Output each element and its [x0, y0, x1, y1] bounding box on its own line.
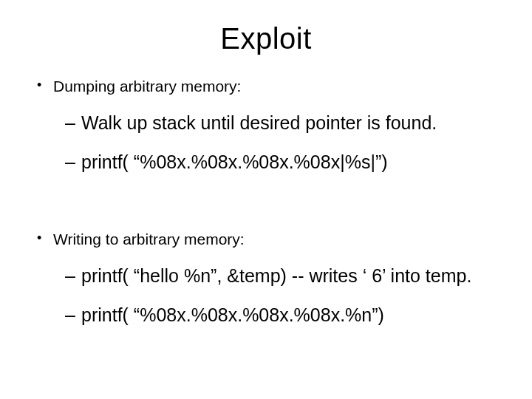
sub-item: printf( “%08x.%08x.%08x.%08x.%n”) [65, 304, 502, 327]
sub-list-writing: printf( “hello %n”, &temp) -- writes ‘ 6… [65, 265, 502, 327]
slide-title: Exploit [30, 22, 502, 55]
spacer [30, 191, 502, 225]
sub-item: printf( “hello %n”, &temp) -- writes ‘ 6… [65, 265, 502, 287]
section-header-writing: Writing to arbitrary memory: [37, 231, 502, 248]
sub-item: Walk up stack until desired pointer is f… [65, 112, 502, 134]
sub-item: printf( “%08x.%08x.%08x.%08x|%s|”) [65, 151, 502, 174]
sub-list-dumping: Walk up stack until desired pointer is f… [65, 112, 502, 174]
section-header-dumping: Dumping arbitrary memory: [37, 78, 502, 95]
